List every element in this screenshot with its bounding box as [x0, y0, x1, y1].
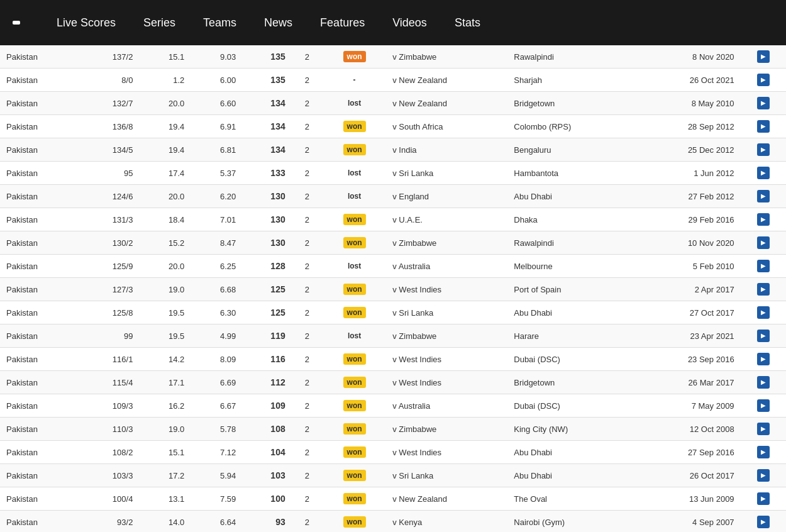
opponent: v Sri Lanka — [386, 301, 507, 324]
runs: 103 — [242, 464, 291, 487]
score: 125/9 — [79, 255, 139, 278]
play-button[interactable]: ▶ — [757, 167, 770, 179]
play-button[interactable]: ▶ — [757, 120, 770, 133]
runs: 125 — [242, 301, 291, 324]
opponent: v Sri Lanka — [386, 162, 507, 185]
economy: 7.59 — [191, 487, 242, 511]
result-badge: won — [343, 237, 366, 248]
play-cell[interactable]: ▶ — [741, 464, 786, 487]
play-cell[interactable]: ▶ — [741, 185, 786, 208]
play-cell[interactable]: ▶ — [741, 324, 786, 348]
venue: Port of Spain — [507, 278, 634, 301]
wickets: 2 — [292, 301, 323, 324]
runs: 134 — [242, 138, 291, 162]
play-button[interactable]: ▶ — [757, 236, 770, 249]
play-cell[interactable]: ▶ — [741, 231, 786, 255]
table-row: Pakistan 124/6 20.0 6.20 130 2 lost v En… — [0, 185, 786, 208]
date: 27 Sep 2016 — [634, 441, 741, 464]
play-button[interactable]: ▶ — [757, 97, 770, 109]
table-row: Pakistan 134/5 19.4 6.81 134 2 won v Ind… — [0, 138, 786, 162]
play-cell[interactable]: ▶ — [741, 301, 786, 324]
play-cell[interactable]: ▶ — [741, 92, 786, 115]
play-cell[interactable]: ▶ — [741, 138, 786, 162]
play-button[interactable]: ▶ — [757, 516, 770, 528]
play-cell[interactable]: ▶ — [741, 162, 786, 185]
economy: 9.03 — [191, 45, 242, 69]
play-cell[interactable]: ▶ — [741, 441, 786, 464]
play-button[interactable]: ▶ — [757, 330, 770, 342]
result-cell: won — [323, 231, 386, 255]
result-cell: - — [323, 69, 386, 92]
economy: 6.00 — [191, 69, 242, 92]
play-cell[interactable]: ▶ — [741, 278, 786, 301]
result-badge: lost — [344, 97, 365, 109]
table-row: Pakistan 127/3 19.0 6.68 125 2 won v Wes… — [0, 278, 786, 301]
play-button[interactable]: ▶ — [757, 74, 770, 86]
result-cell: won — [323, 464, 386, 487]
nav-teams[interactable]: Teams — [189, 0, 250, 45]
nav-series[interactable]: Series — [130, 0, 189, 45]
runs: 134 — [242, 115, 291, 138]
stats-table-container: Pakistan 137/2 15.1 9.03 135 2 won v Zim… — [0, 45, 786, 532]
play-button[interactable]: ▶ — [757, 50, 770, 63]
opponent: v Zimbabwe — [386, 324, 507, 348]
venue: Dubai (DSC) — [507, 394, 634, 418]
play-button[interactable]: ▶ — [757, 190, 770, 202]
result-cell: won — [323, 138, 386, 162]
play-button[interactable]: ▶ — [757, 213, 770, 226]
economy: 6.60 — [191, 92, 242, 115]
score: 8/0 — [79, 69, 139, 92]
nav-news[interactable]: News — [250, 0, 306, 45]
play-cell[interactable]: ▶ — [741, 418, 786, 441]
result-badge: won — [343, 353, 366, 365]
nav-features[interactable]: Features — [306, 0, 379, 45]
venue: Harare — [507, 324, 634, 348]
play-cell[interactable]: ▶ — [741, 394, 786, 418]
wickets: 2 — [292, 348, 323, 371]
play-button[interactable]: ▶ — [757, 399, 770, 412]
opponent: v South Africa — [386, 115, 507, 138]
play-cell[interactable]: ▶ — [741, 487, 786, 511]
opponent: v West Indies — [386, 348, 507, 371]
play-cell[interactable]: ▶ — [741, 208, 786, 231]
play-button[interactable]: ▶ — [757, 492, 770, 505]
play-button[interactable]: ▶ — [757, 283, 770, 296]
play-cell[interactable]: ▶ — [741, 69, 786, 92]
play-button[interactable]: ▶ — [757, 376, 770, 389]
economy: 8.47 — [191, 231, 242, 255]
play-cell[interactable]: ▶ — [741, 255, 786, 278]
nav-live-scores[interactable]: Live Scores — [43, 0, 130, 45]
result-cell: won — [323, 441, 386, 464]
play-button[interactable]: ▶ — [757, 353, 770, 365]
play-cell[interactable]: ▶ — [741, 348, 786, 371]
play-button[interactable]: ▶ — [757, 143, 770, 156]
play-button[interactable]: ▶ — [757, 306, 770, 319]
result-badge: won — [343, 493, 366, 504]
result-badge: lost — [344, 167, 365, 179]
economy: 6.68 — [191, 278, 242, 301]
table-row: Pakistan 136/8 19.4 6.91 134 2 won v Sou… — [0, 115, 786, 138]
wickets: 2 — [292, 162, 323, 185]
result-badge: won — [343, 284, 366, 295]
nav-videos[interactable]: Videos — [379, 0, 441, 45]
wickets: 2 — [292, 92, 323, 115]
result-badge: won — [343, 470, 366, 481]
play-cell[interactable]: ▶ — [741, 45, 786, 69]
date: 28 Sep 2012 — [634, 115, 741, 138]
play-button[interactable]: ▶ — [757, 423, 770, 435]
overs: 19.0 — [139, 418, 191, 441]
play-cell[interactable]: ▶ — [741, 511, 786, 533]
result-badge: lost — [344, 260, 365, 272]
play-cell[interactable]: ▶ — [741, 371, 786, 394]
play-button[interactable]: ▶ — [757, 260, 770, 272]
play-button[interactable]: ▶ — [757, 469, 770, 482]
result-cell: won — [323, 301, 386, 324]
nav-stats[interactable]: Stats — [441, 0, 494, 45]
venue: King City (NW) — [507, 418, 634, 441]
table-row: Pakistan 95 17.4 5.37 133 2 lost v Sri L… — [0, 162, 786, 185]
play-cell[interactable]: ▶ — [741, 115, 786, 138]
opponent: v New Zealand — [386, 487, 507, 511]
team-name: Pakistan — [0, 324, 79, 348]
overs: 17.4 — [139, 162, 191, 185]
play-button[interactable]: ▶ — [757, 446, 770, 458]
